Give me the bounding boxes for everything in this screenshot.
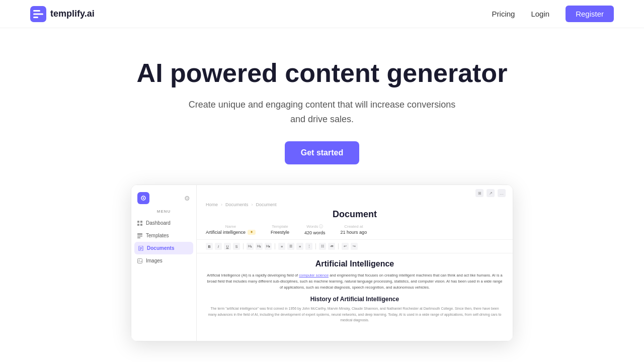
svg-rect-6 <box>137 221 139 223</box>
toolbar-h2[interactable]: H₂ <box>256 243 263 250</box>
svg-rect-1 <box>33 10 40 12</box>
meta-name-tag: ✦ <box>248 230 256 235</box>
sidebar-label-dashboard: Dashboard <box>146 220 171 226</box>
meta-name-value: Artificial intelligence ✦ <box>206 230 256 235</box>
toolbar-list[interactable]: ☷ <box>319 243 326 250</box>
toolbar-h1[interactable]: H₁ <box>247 243 254 250</box>
meta-name-label: Name <box>206 224 256 229</box>
svg-rect-14 <box>140 247 142 248</box>
sidebar-item-images[interactable]: Images <box>131 254 196 267</box>
app-sidebar: ⚙ MENU Dashboard <box>131 185 197 341</box>
app-main: ⊞ ↗ … Home › Documents › Document Docume… <box>197 185 513 341</box>
logo-text: templify.ai <box>50 9 95 19</box>
app-toolbar: B I U S H₁ H₂ H₃ ≡ ☰ ≡ ⋮ ☷ ≔ <box>197 240 513 253</box>
images-icon <box>137 258 142 263</box>
sidebar-item-dashboard[interactable]: Dashboard <box>131 217 196 229</box>
nav-links: Pricing Login Register <box>492 6 614 22</box>
get-started-button[interactable]: Get started <box>285 141 359 164</box>
topbar-icon-3[interactable]: … <box>498 189 506 197</box>
sidebar-label-images: Images <box>146 258 163 263</box>
logo-icon <box>30 6 46 22</box>
toolbar-align-right[interactable]: ≡ <box>296 243 303 250</box>
svg-rect-12 <box>137 237 140 238</box>
hero-title: AI powered content generator <box>131 58 513 88</box>
svg-rect-16 <box>140 249 141 250</box>
toolbar-italic[interactable]: I <box>215 243 222 250</box>
app-content: Artificial Intelligence Artificial Intel… <box>197 253 513 329</box>
doc-h1: Artificial Intelligence <box>206 259 504 268</box>
sidebar-logo-icon <box>137 192 149 204</box>
svg-point-18 <box>139 259 140 260</box>
svg-rect-17 <box>138 258 142 263</box>
toolbar-ordered[interactable]: ≔ <box>328 243 335 250</box>
svg-rect-15 <box>140 248 142 249</box>
meta-words-value: 420 words <box>304 230 326 235</box>
meta-words: Words ⓘ 420 words <box>304 224 326 235</box>
sidebar-menu-label: MENU <box>131 209 196 217</box>
app-window: ⚙ MENU Dashboard <box>131 185 513 341</box>
svg-rect-9 <box>140 224 142 226</box>
toolbar-underline[interactable]: U <box>224 243 231 250</box>
toolbar-h3[interactable]: H₃ <box>265 243 272 250</box>
nav-login[interactable]: Login <box>531 10 549 18</box>
toolbar-sep-2 <box>275 243 275 249</box>
sidebar-item-templates[interactable]: Templates <box>131 229 196 242</box>
toolbar-sep-4 <box>338 243 339 249</box>
nav-pricing[interactable]: Pricing <box>492 10 515 18</box>
meta-template-label: Template <box>271 224 289 229</box>
register-button[interactable]: Register <box>566 6 614 22</box>
svg-rect-8 <box>137 224 139 226</box>
svg-rect-11 <box>137 235 142 236</box>
doc-link[interactable]: computer science <box>299 273 329 278</box>
dashboard-icon <box>137 221 142 226</box>
toolbar-sep-3 <box>315 243 316 249</box>
toolbar-redo[interactable]: ↪ <box>351 243 358 250</box>
meta-template-value: Freestyle <box>271 230 289 235</box>
meta-template: Template Freestyle <box>271 224 289 235</box>
sidebar-label-templates: Templates <box>146 233 169 238</box>
toolbar-align-justify[interactable]: ⋮ <box>305 243 312 250</box>
sidebar-gear-icon[interactable]: ⚙ <box>184 195 190 202</box>
toolbar-sep-1 <box>243 243 244 249</box>
doc-page-title: Document <box>197 207 513 224</box>
sidebar-label-documents: Documents <box>147 245 174 251</box>
meta-name: Name Artificial intelligence ✦ <box>206 224 256 235</box>
breadcrumb: Home › Documents › Document <box>197 197 513 207</box>
app-screenshot: ⚙ MENU Dashboard <box>131 185 513 341</box>
documents-icon <box>138 246 143 251</box>
sidebar-item-documents[interactable]: Documents <box>134 242 193 254</box>
svg-rect-10 <box>137 233 142 235</box>
breadcrumb-documents[interactable]: Documents <box>225 202 249 207</box>
navbar: templify.ai Pricing Login Register <box>0 0 644 28</box>
doc-body-1: Artificial Intelligence (AI) is a rapidl… <box>206 273 504 291</box>
meta-created-label: Created at <box>341 224 367 229</box>
app-topbar: ⊞ ↗ … <box>197 185 513 197</box>
sidebar-top: ⚙ <box>131 192 196 209</box>
breadcrumb-document[interactable]: Document <box>256 202 277 207</box>
meta-words-label: Words ⓘ <box>304 224 326 229</box>
hero-subtitle: Create unique and engaging content that … <box>181 98 463 127</box>
doc-h2: History of Artificial Intelligence <box>206 296 504 303</box>
meta-created: Created at 21 hours ago <box>341 224 367 235</box>
logo-link[interactable]: templify.ai <box>30 6 95 22</box>
toolbar-align-center[interactable]: ☰ <box>287 243 294 250</box>
toolbar-bold[interactable]: B <box>206 243 213 250</box>
meta-created-value: 21 hours ago <box>341 230 367 235</box>
hero-section: AI powered content generator Create uniq… <box>0 28 644 362</box>
toolbar-undo[interactable]: ↩ <box>342 243 349 250</box>
templates-icon <box>137 233 142 238</box>
svg-point-5 <box>143 198 144 199</box>
svg-rect-7 <box>140 221 142 223</box>
doc-body-2: The term "artificial intelligence" was f… <box>206 306 504 323</box>
svg-rect-2 <box>33 13 43 15</box>
toolbar-strike[interactable]: S <box>233 243 240 250</box>
breadcrumb-home[interactable]: Home <box>206 202 218 207</box>
topbar-icon-1[interactable]: ⊞ <box>475 189 484 197</box>
toolbar-align-left[interactable]: ≡ <box>278 243 285 250</box>
topbar-icon-2[interactable]: ↗ <box>487 189 495 197</box>
svg-rect-3 <box>33 17 38 18</box>
doc-meta-row: Name Artificial intelligence ✦ Template … <box>197 224 513 240</box>
